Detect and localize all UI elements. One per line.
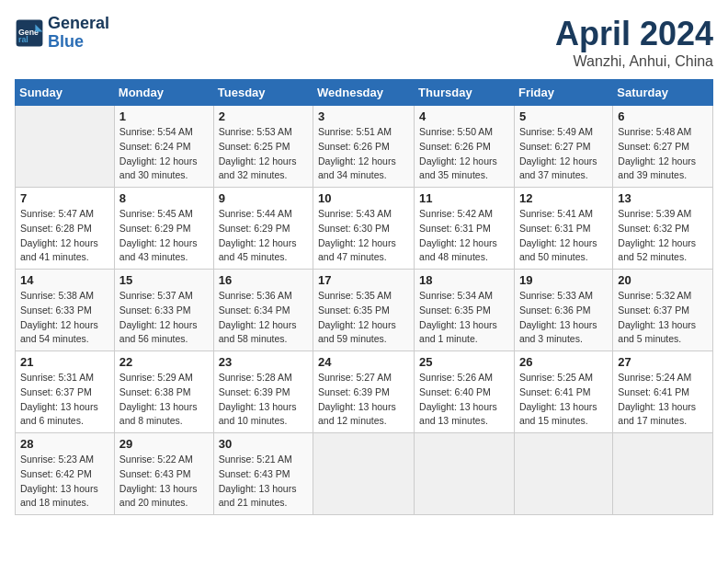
calendar-cell: 5Sunrise: 5:49 AM Sunset: 6:27 PM Daylig… — [514, 106, 612, 188]
calendar-table: SundayMondayTuesdayWednesdayThursdayFrid… — [15, 79, 713, 515]
calendar-week-row: 1Sunrise: 5:54 AM Sunset: 6:24 PM Daylig… — [16, 106, 713, 188]
day-number: 2 — [219, 109, 308, 123]
weekday-header-sunday: Sunday — [16, 80, 115, 106]
day-info: Sunrise: 5:34 AM Sunset: 6:35 PM Dayligh… — [419, 289, 509, 347]
calendar-week-row: 21Sunrise: 5:31 AM Sunset: 6:37 PM Dayli… — [16, 351, 713, 433]
calendar-cell — [613, 433, 713, 515]
calendar-cell: 29Sunrise: 5:22 AM Sunset: 6:43 PM Dayli… — [114, 433, 213, 515]
day-info: Sunrise: 5:51 AM Sunset: 6:26 PM Dayligh… — [318, 125, 409, 183]
day-info: Sunrise: 5:28 AM Sunset: 6:39 PM Dayligh… — [219, 371, 308, 429]
day-number: 27 — [618, 355, 708, 369]
calendar-cell — [415, 433, 515, 515]
weekday-header-monday: Monday — [114, 80, 213, 106]
calendar-cell: 19Sunrise: 5:33 AM Sunset: 6:36 PM Dayli… — [514, 270, 612, 351]
day-number: 17 — [318, 273, 409, 287]
day-number: 1 — [119, 109, 209, 123]
calendar-cell: 11Sunrise: 5:42 AM Sunset: 6:31 PM Dayli… — [415, 188, 515, 270]
day-info: Sunrise: 5:36 AM Sunset: 6:34 PM Dayligh… — [219, 289, 308, 347]
day-number: 4 — [419, 109, 509, 123]
day-info: Sunrise: 5:49 AM Sunset: 6:27 PM Dayligh… — [519, 125, 608, 183]
calendar-cell: 2Sunrise: 5:53 AM Sunset: 6:25 PM Daylig… — [213, 106, 313, 188]
calendar-cell: 21Sunrise: 5:31 AM Sunset: 6:37 PM Dayli… — [16, 351, 115, 433]
logo-name: General Blue — [48, 15, 109, 52]
calendar-cell — [313, 433, 415, 515]
calendar-week-row: 14Sunrise: 5:38 AM Sunset: 6:33 PM Dayli… — [16, 270, 713, 351]
day-number: 19 — [519, 273, 608, 287]
day-number: 18 — [419, 273, 509, 287]
day-number: 11 — [419, 191, 509, 205]
day-info: Sunrise: 5:50 AM Sunset: 6:26 PM Dayligh… — [419, 125, 509, 183]
calendar-week-row: 7Sunrise: 5:47 AM Sunset: 6:28 PM Daylig… — [16, 188, 713, 270]
day-number: 8 — [119, 191, 209, 205]
calendar-cell: 17Sunrise: 5:35 AM Sunset: 6:35 PM Dayli… — [313, 270, 415, 351]
day-number: 23 — [219, 355, 308, 369]
calendar-cell: 23Sunrise: 5:28 AM Sunset: 6:39 PM Dayli… — [213, 351, 313, 433]
day-info: Sunrise: 5:43 AM Sunset: 6:30 PM Dayligh… — [318, 207, 409, 265]
day-number: 30 — [219, 437, 308, 451]
weekday-header-saturday: Saturday — [613, 80, 713, 106]
calendar-cell: 22Sunrise: 5:29 AM Sunset: 6:38 PM Dayli… — [114, 351, 213, 433]
month-title: April 2024 — [555, 15, 713, 53]
day-info: Sunrise: 5:35 AM Sunset: 6:35 PM Dayligh… — [318, 289, 409, 347]
logo-line1: General — [48, 14, 109, 32]
day-info: Sunrise: 5:53 AM Sunset: 6:25 PM Dayligh… — [219, 125, 308, 183]
day-info: Sunrise: 5:41 AM Sunset: 6:31 PM Dayligh… — [519, 207, 608, 265]
day-number: 29 — [119, 437, 209, 451]
day-number: 15 — [119, 273, 209, 287]
day-info: Sunrise: 5:44 AM Sunset: 6:29 PM Dayligh… — [219, 207, 308, 265]
day-info: Sunrise: 5:38 AM Sunset: 6:33 PM Dayligh… — [20, 289, 109, 347]
calendar-cell: 26Sunrise: 5:25 AM Sunset: 6:41 PM Dayli… — [514, 351, 612, 433]
day-number: 9 — [219, 191, 308, 205]
day-number: 5 — [519, 109, 608, 123]
day-number: 26 — [519, 355, 608, 369]
day-info: Sunrise: 5:47 AM Sunset: 6:28 PM Dayligh… — [20, 207, 109, 265]
day-number: 28 — [20, 437, 109, 451]
day-number: 25 — [419, 355, 509, 369]
weekday-header-tuesday: Tuesday — [213, 80, 313, 106]
day-number: 7 — [20, 191, 109, 205]
calendar-cell: 9Sunrise: 5:44 AM Sunset: 6:29 PM Daylig… — [213, 188, 313, 270]
calendar-cell: 15Sunrise: 5:37 AM Sunset: 6:33 PM Dayli… — [114, 270, 213, 351]
day-number: 10 — [318, 191, 409, 205]
day-number: 24 — [318, 355, 409, 369]
calendar-cell: 3Sunrise: 5:51 AM Sunset: 6:26 PM Daylig… — [313, 106, 415, 188]
calendar-cell: 6Sunrise: 5:48 AM Sunset: 6:27 PM Daylig… — [613, 106, 713, 188]
calendar-cell: 18Sunrise: 5:34 AM Sunset: 6:35 PM Dayli… — [415, 270, 515, 351]
day-info: Sunrise: 5:21 AM Sunset: 6:43 PM Dayligh… — [219, 453, 308, 511]
day-info: Sunrise: 5:24 AM Sunset: 6:41 PM Dayligh… — [618, 371, 708, 429]
day-number: 6 — [618, 109, 708, 123]
logo-line2: Blue — [48, 32, 84, 51]
calendar-cell: 30Sunrise: 5:21 AM Sunset: 6:43 PM Dayli… — [213, 433, 313, 515]
calendar-cell: 20Sunrise: 5:32 AM Sunset: 6:37 PM Dayli… — [613, 270, 713, 351]
day-info: Sunrise: 5:22 AM Sunset: 6:43 PM Dayligh… — [119, 453, 209, 511]
weekday-header-thursday: Thursday — [415, 80, 515, 106]
day-number: 12 — [519, 191, 608, 205]
logo: Gene ral General Blue — [15, 15, 109, 52]
day-info: Sunrise: 5:42 AM Sunset: 6:31 PM Dayligh… — [419, 207, 509, 265]
calendar-week-row: 28Sunrise: 5:23 AM Sunset: 6:42 PM Dayli… — [16, 433, 713, 515]
weekday-header-wednesday: Wednesday — [313, 80, 415, 106]
calendar-cell: 25Sunrise: 5:26 AM Sunset: 6:40 PM Dayli… — [415, 351, 515, 433]
calendar-cell — [514, 433, 612, 515]
calendar-cell: 1Sunrise: 5:54 AM Sunset: 6:24 PM Daylig… — [114, 106, 213, 188]
day-info: Sunrise: 5:54 AM Sunset: 6:24 PM Dayligh… — [119, 125, 209, 183]
calendar-cell: 27Sunrise: 5:24 AM Sunset: 6:41 PM Dayli… — [613, 351, 713, 433]
location-subtitle: Wanzhi, Anhui, China — [555, 53, 713, 70]
calendar-cell: 16Sunrise: 5:36 AM Sunset: 6:34 PM Dayli… — [213, 270, 313, 351]
day-info: Sunrise: 5:37 AM Sunset: 6:33 PM Dayligh… — [119, 289, 209, 347]
day-number: 16 — [219, 273, 308, 287]
day-info: Sunrise: 5:27 AM Sunset: 6:39 PM Dayligh… — [318, 371, 409, 429]
calendar-cell: 12Sunrise: 5:41 AM Sunset: 6:31 PM Dayli… — [514, 188, 612, 270]
calendar-cell: 7Sunrise: 5:47 AM Sunset: 6:28 PM Daylig… — [16, 188, 115, 270]
day-number: 14 — [20, 273, 109, 287]
day-info: Sunrise: 5:39 AM Sunset: 6:32 PM Dayligh… — [618, 207, 708, 265]
svg-text:ral: ral — [18, 35, 28, 44]
day-number: 3 — [318, 109, 409, 123]
calendar-cell: 13Sunrise: 5:39 AM Sunset: 6:32 PM Dayli… — [613, 188, 713, 270]
calendar-cell: 8Sunrise: 5:45 AM Sunset: 6:29 PM Daylig… — [114, 188, 213, 270]
day-info: Sunrise: 5:29 AM Sunset: 6:38 PM Dayligh… — [119, 371, 209, 429]
day-info: Sunrise: 5:33 AM Sunset: 6:36 PM Dayligh… — [519, 289, 608, 347]
weekday-header-friday: Friday — [514, 80, 612, 106]
day-number: 21 — [20, 355, 109, 369]
calendar-cell: 10Sunrise: 5:43 AM Sunset: 6:30 PM Dayli… — [313, 188, 415, 270]
